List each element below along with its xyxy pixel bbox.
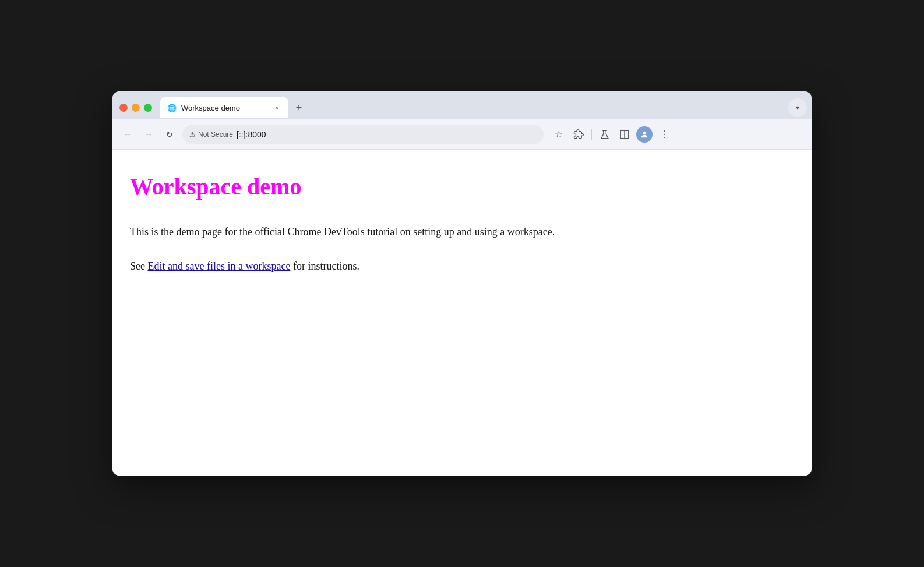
tab-bar: 🌐 Workspace demo × + ▾ bbox=[112, 91, 812, 119]
svg-point-2 bbox=[643, 131, 646, 134]
address-text: [::]:8000 bbox=[237, 130, 266, 139]
paragraph-2: See Edit and save files in a workspace f… bbox=[130, 258, 794, 275]
para2-prefix: See bbox=[130, 260, 148, 272]
tab-dropdown-button[interactable]: ▾ bbox=[788, 98, 807, 117]
tab-close-button[interactable]: × bbox=[272, 103, 281, 112]
workspace-link[interactable]: Edit and save files in a workspace bbox=[148, 260, 291, 272]
lab-button[interactable] bbox=[597, 126, 613, 143]
new-tab-button[interactable]: + bbox=[291, 100, 307, 116]
more-button[interactable]: ⋮ bbox=[656, 126, 672, 143]
page-body: This is the demo page for the official C… bbox=[130, 224, 794, 275]
extensions-button[interactable] bbox=[570, 126, 587, 143]
nav-bar: ← → ↻ ⚠ Not Secure [::]:8000 ☆ bbox=[112, 119, 812, 150]
profile-button[interactable] bbox=[636, 126, 653, 143]
not-secure-icon: ⚠ bbox=[189, 130, 196, 139]
split-button[interactable] bbox=[616, 126, 633, 143]
reload-button[interactable]: ↻ bbox=[161, 126, 178, 143]
not-secure-indicator: ⚠ Not Secure bbox=[189, 130, 233, 139]
paragraph-1: This is the demo page for the official C… bbox=[130, 224, 794, 240]
nav-separator bbox=[591, 129, 592, 140]
nav-icons: ☆ bbox=[551, 126, 672, 143]
maximize-button[interactable] bbox=[144, 104, 152, 112]
not-secure-label: Not Secure bbox=[198, 130, 233, 139]
traffic-lights bbox=[117, 104, 158, 112]
close-button[interactable] bbox=[119, 104, 128, 112]
forward-button[interactable]: → bbox=[140, 126, 157, 143]
page-heading: Workspace demo bbox=[130, 173, 794, 200]
tab-favicon-icon: 🌐 bbox=[167, 103, 177, 112]
tab-title: Workspace demo bbox=[181, 104, 267, 112]
page-content: Workspace demo This is the demo page for… bbox=[112, 150, 812, 476]
browser-window: 🌐 Workspace demo × + ▾ ← → ↻ ⚠ Not Secur… bbox=[112, 91, 812, 476]
minimize-button[interactable] bbox=[132, 104, 140, 112]
para2-suffix: for instructions. bbox=[290, 260, 359, 272]
bookmark-button[interactable]: ☆ bbox=[551, 126, 567, 143]
back-button[interactable]: ← bbox=[119, 126, 136, 143]
address-bar[interactable]: ⚠ Not Secure [::]:8000 bbox=[182, 125, 544, 144]
active-tab[interactable]: 🌐 Workspace demo × bbox=[160, 97, 288, 118]
